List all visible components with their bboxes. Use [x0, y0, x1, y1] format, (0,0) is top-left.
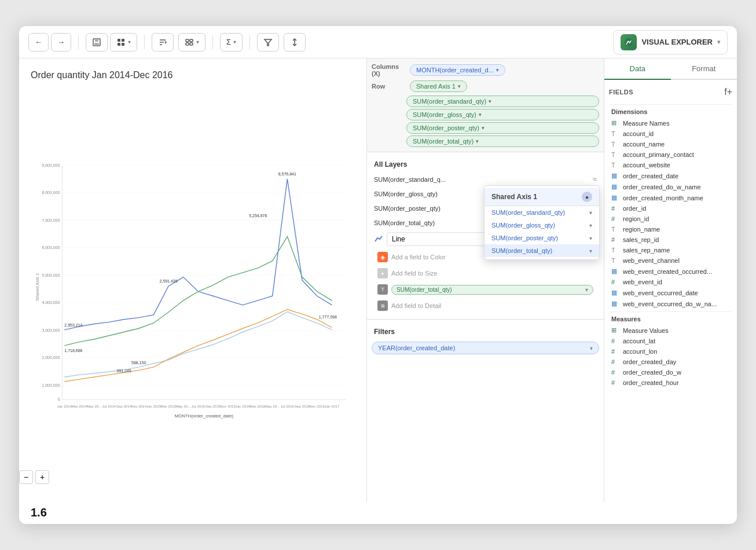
svg-text:Jul 2016: Jul 2016	[281, 404, 295, 408]
svg-text:MONTH(order_created_date): MONTH(order_created_date)	[175, 413, 234, 419]
svg-text:Sep 2016: Sep 2016	[295, 404, 310, 408]
dimensions-header: Dimensions	[609, 104, 732, 118]
detail-field-row[interactable]: ⊞ Add field to Detail	[374, 298, 597, 313]
line-mark-icon	[374, 234, 383, 244]
field-icon-4: T	[611, 162, 619, 168]
dropdown-item-2[interactable]: SUM(order_poster_qty) ▾	[485, 232, 599, 244]
layout-chevron: ▾	[128, 39, 131, 45]
field-icon-16: ▦	[611, 289, 619, 296]
field-dim-7[interactable]: ▦ order_created_month_name	[609, 192, 732, 203]
svg-text:2,591,439: 2,591,439	[159, 279, 177, 283]
field-dim-5[interactable]: ▦ order_created_date	[609, 170, 732, 181]
field-dim-4[interactable]: T account_website	[609, 160, 732, 170]
field-dim-10[interactable]: T region_name	[609, 224, 732, 234]
field-meas-1[interactable]: # account_lat	[609, 336, 732, 346]
svg-text:May 20...: May 20...	[87, 404, 102, 408]
columns-pill[interactable]: MONTH(order_created_d... ▾	[410, 64, 505, 76]
filter-pill-0[interactable]: YEAR(order_created_date) ▾	[372, 342, 599, 354]
ve-chevron: ▾	[717, 39, 720, 45]
svg-text:3,000,000: 3,000,000	[42, 328, 60, 332]
field-icon-7: ▦	[611, 194, 619, 201]
shared-axis-pill[interactable]: Shared Axis 1 ▾	[410, 80, 467, 92]
field-icon-10: T	[611, 226, 619, 233]
field-dim-17[interactable]: ▦ web_event_occurred_do_w_na...	[609, 298, 732, 309]
dropdown-item-1[interactable]: SUM(order_gloss_qty) ▾	[485, 219, 599, 232]
text-field-pill[interactable]: SUM(order_total_qty) ▾	[391, 285, 593, 295]
svg-text:May 20...: May 20...	[176, 404, 191, 408]
svg-text:Mar 2016: Mar 2016	[250, 404, 266, 408]
field-icon-1: T	[611, 130, 619, 137]
field-measure-names[interactable]: ⊞ Measure Names	[609, 118, 732, 129]
sep3	[212, 35, 213, 49]
field-dim-1[interactable]: T account_id	[609, 129, 732, 139]
field-icon-6: ▦	[611, 183, 619, 190]
field-meas-3[interactable]: # order_created_day	[609, 357, 732, 367]
field-icon-9: #	[611, 215, 619, 222]
main-area: Order quantity Jan 2014-Dec 2016 Shared …	[19, 58, 737, 501]
layer-icon-0: ≈	[593, 175, 597, 184]
svg-text:8,000,000: 8,000,000	[42, 191, 60, 195]
fields-add-button[interactable]: f+	[724, 87, 732, 97]
field-meas-4[interactable]: # order_created_do_w	[609, 367, 732, 377]
dropdown-item-0[interactable]: SUM(order_standard_qty) ▾	[485, 206, 599, 219]
zoom-out-button[interactable]: −	[19, 470, 33, 484]
field-dim-6[interactable]: ▦ order_created_do_w_name	[609, 181, 732, 192]
field-dim-3[interactable]: T account_primary_contact	[609, 149, 732, 160]
svg-text:Jul 2015: Jul 2015	[192, 404, 205, 408]
dropdown-item-3[interactable]: SUM(order_total_qty) ▾	[485, 244, 599, 257]
back-button[interactable]: ←	[28, 33, 49, 52]
total-qty-pill[interactable]: SUM(order_total_qty) ▾	[406, 135, 599, 147]
group-button[interactable]: ▾	[178, 33, 205, 52]
field-icon-3: T	[611, 151, 619, 158]
field-meas-2[interactable]: # account_lon	[609, 346, 732, 357]
field-dim-2[interactable]: T account_name	[609, 139, 732, 149]
field-icon-2: T	[611, 141, 619, 148]
svg-text:Nov 2016: Nov 2016	[309, 404, 325, 408]
svg-text:Mar 2015: Mar 2015	[161, 404, 177, 408]
field-icon-17: ▦	[611, 300, 619, 307]
field-dim-12[interactable]: T sales_rep_name	[609, 245, 732, 255]
sort2-button[interactable]	[284, 33, 306, 52]
field-dim-8[interactable]: # order_id	[609, 203, 732, 214]
text-field-row[interactable]: T SUM(order_total_qty) ▾	[374, 282, 597, 297]
field-dim-13[interactable]: T web_event_channel	[609, 255, 732, 266]
field-dim-16[interactable]: ▦ web_event_occurred_date	[609, 287, 732, 298]
nav-group: ← →	[28, 33, 71, 52]
layer-row-0[interactable]: SUM(order_standard_q... ≈	[372, 172, 599, 186]
group-chevron: ▾	[196, 39, 199, 45]
save-button[interactable]	[86, 33, 108, 52]
size-field-row[interactable]: ● Add field to Size	[374, 266, 597, 281]
svg-rect-3	[118, 39, 120, 42]
forward-button[interactable]: →	[51, 33, 71, 52]
svg-text:Shared Axis 1: Shared Axis 1	[35, 273, 40, 301]
svg-text:9,000,000: 9,000,000	[42, 163, 60, 167]
tab-data[interactable]: Data	[604, 58, 671, 80]
svg-text:391,245: 391,245	[116, 369, 131, 373]
gloss-qty-pill[interactable]: SUM(order_gloss_qty) ▾	[406, 109, 599, 120]
field-dim-15[interactable]: # web_event_id	[609, 277, 732, 287]
layout-button[interactable]: ▾	[110, 33, 137, 52]
field-dim-11[interactable]: # sales_rep_id	[609, 234, 732, 245]
sum-button[interactable]: Σ ▾	[220, 33, 243, 52]
poster-qty-pill[interactable]: SUM(order_poster_qty) ▾	[406, 122, 599, 134]
svg-rect-5	[118, 43, 120, 46]
field-meas-5[interactable]: # order_created_hour	[609, 377, 732, 388]
filter-button[interactable]	[257, 33, 279, 52]
zoom-in-button[interactable]: +	[35, 470, 49, 484]
tab-format[interactable]: Format	[671, 58, 737, 80]
visual-explorer-button[interactable]: VISUAL EXPLORER ▾	[613, 30, 728, 54]
field-dim-9[interactable]: # region_id	[609, 214, 732, 224]
fields-panel: FIELDS f+ Dimensions ⊞ Measure Names T a…	[604, 80, 737, 501]
standard-qty-pill[interactable]: SUM(order_standard_qty) ▾	[406, 96, 599, 107]
svg-text:Sep 2014: Sep 2014	[116, 404, 132, 408]
svg-text:0: 0	[58, 398, 60, 402]
chart-title: Order quantity Jan 2014-Dec 2016	[31, 70, 355, 80]
field-dim-14[interactable]: ▦ web_event_created_occurred...	[609, 266, 732, 277]
field-measure-values[interactable]: ⊞ Measure Values	[609, 325, 732, 336]
sort-button[interactable]	[152, 33, 174, 52]
zoom-controls: − +	[19, 470, 49, 484]
svg-text:Jan 2015: Jan 2015	[146, 404, 162, 408]
data-format-tabs: Data Format	[604, 58, 737, 80]
sep4	[249, 35, 250, 49]
svg-text:2,000,000: 2,000,000	[42, 355, 60, 360]
